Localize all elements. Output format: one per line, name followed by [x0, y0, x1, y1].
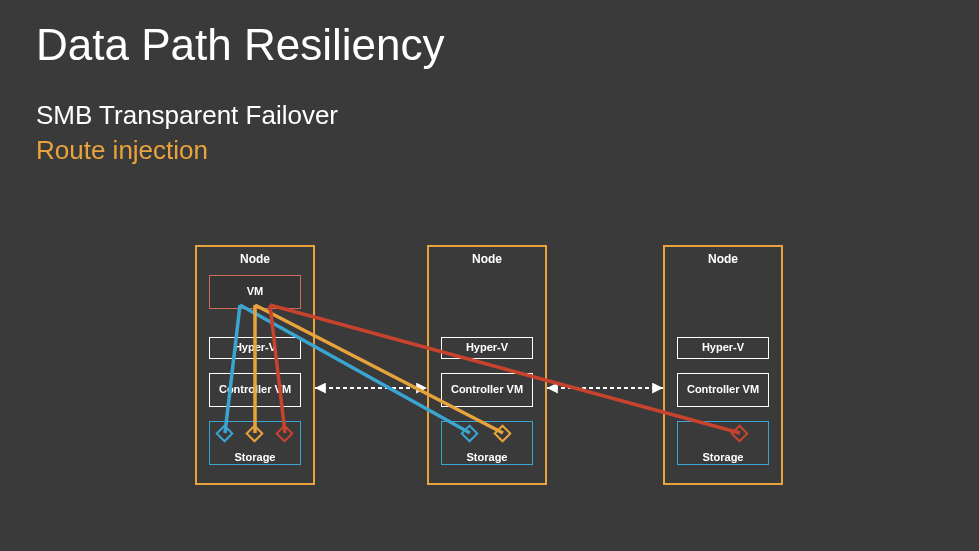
- diagram-area: Node VM Hyper-V Controller VM Storage No…: [0, 245, 979, 495]
- subtitle-smb: SMB Transparent Failover: [36, 100, 338, 131]
- subtitle-route-injection: Route injection: [36, 135, 208, 166]
- vm-box: VM: [209, 275, 301, 309]
- controller-box-2: Controller VM: [441, 373, 533, 407]
- controller-box-1: Controller VM: [209, 373, 301, 407]
- storage-box-2: Storage: [441, 421, 533, 465]
- hyperv-box-3: Hyper-V: [677, 337, 769, 359]
- node-2: Node Hyper-V Controller VM Storage: [427, 245, 547, 485]
- node-3-label: Node: [665, 252, 781, 266]
- node-2-label: Node: [429, 252, 545, 266]
- node-3: Node Hyper-V Controller VM Storage: [663, 245, 783, 485]
- storage-box-3: Storage: [677, 421, 769, 465]
- hyperv-box-2: Hyper-V: [441, 337, 533, 359]
- slide-title: Data Path Resiliency: [36, 20, 444, 70]
- node-1-label: Node: [197, 252, 313, 266]
- node-1: Node VM Hyper-V Controller VM Storage: [195, 245, 315, 485]
- controller-box-3: Controller VM: [677, 373, 769, 407]
- hyperv-box-1: Hyper-V: [209, 337, 301, 359]
